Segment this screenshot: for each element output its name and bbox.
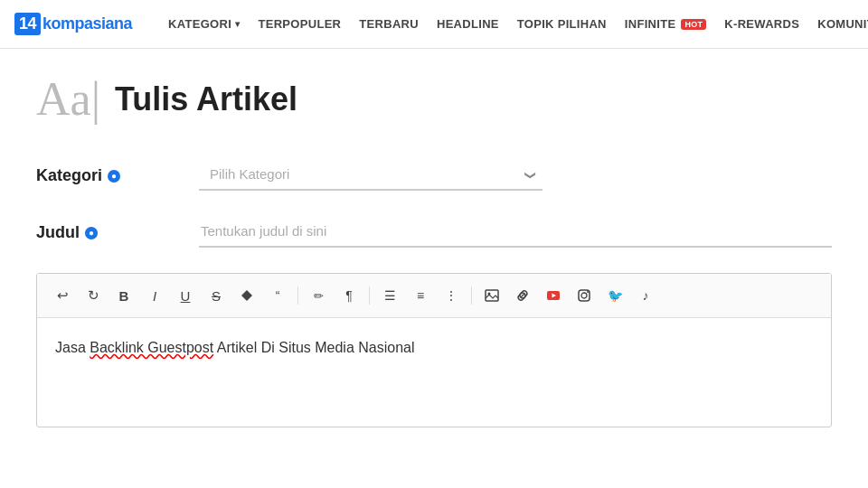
svg-rect-0 bbox=[486, 290, 498, 301]
redo-button[interactable]: ↻ bbox=[80, 283, 106, 308]
toolbar-separator-1 bbox=[297, 286, 298, 305]
image-button[interactable] bbox=[479, 283, 505, 308]
nav-topik-pilihan[interactable]: TOPIK PILIHAN bbox=[517, 17, 607, 31]
kategori-select-wrapper: Pilih Kategori bbox=[199, 159, 542, 191]
svg-point-5 bbox=[587, 291, 589, 293]
list-ordered-button[interactable]: ≡ bbox=[408, 283, 433, 308]
editor-container: ↩ ↻ B I U S “ ✏ ¶ ☰ ≡ ⋮ bbox=[36, 273, 832, 427]
toolbar-separator-2 bbox=[369, 286, 370, 305]
nav-k-rewards[interactable]: K-REWARDS bbox=[724, 17, 799, 31]
judul-label: Judul ● bbox=[36, 216, 199, 242]
kategori-label: Kategori ● bbox=[36, 159, 199, 185]
editor-toolbar: ↩ ↻ B I U S “ ✏ ¶ ☰ ≡ ⋮ bbox=[37, 274, 831, 318]
editor-body[interactable]: Jasa Backlink Guestpost Artikel Di Situs… bbox=[37, 318, 831, 427]
instagram-button[interactable] bbox=[571, 283, 597, 308]
align-button[interactable]: ⋮ bbox=[439, 283, 464, 308]
nav-infinite[interactable]: INFINITE HOT bbox=[625, 17, 706, 31]
toolbar-separator-3 bbox=[471, 286, 472, 305]
judul-row: Judul ● bbox=[36, 216, 832, 248]
nav-links: KATEGORI ▾ TERPOPULER TERBARU HEADLINE T… bbox=[168, 17, 868, 31]
list-unordered-button[interactable]: ☰ bbox=[377, 283, 402, 308]
nav-headline[interactable]: HEADLINE bbox=[437, 17, 499, 31]
nav-terbaru[interactable]: TERBARU bbox=[359, 17, 419, 31]
font-aa-icon: Aa| bbox=[36, 76, 100, 123]
dropdown-arrow-icon: ▾ bbox=[235, 19, 240, 29]
nav-kategori[interactable]: KATEGORI ▾ bbox=[168, 17, 240, 31]
page-content: Aa| Tulis Artikel Kategori ● Pilih Kateg… bbox=[0, 49, 868, 455]
italic-button[interactable]: I bbox=[142, 283, 167, 308]
logo-text: kompasiana bbox=[42, 14, 132, 33]
editor-text-rest: Artikel Di Situs Media Nasional bbox=[213, 340, 414, 355]
highlight-button[interactable] bbox=[234, 283, 259, 308]
page-header: Aa| Tulis Artikel bbox=[36, 76, 832, 123]
hot-badge: HOT bbox=[681, 19, 706, 30]
underline-button[interactable]: U bbox=[173, 283, 198, 308]
logo[interactable]: 14 kompasiana bbox=[14, 13, 132, 35]
kategori-select[interactable]: Pilih Kategori bbox=[199, 159, 542, 191]
bold-button[interactable]: B bbox=[111, 283, 137, 308]
kategori-info-icon[interactable]: ● bbox=[108, 170, 120, 183]
page-title: Tulis Artikel bbox=[115, 80, 297, 118]
nav-terpopuler[interactable]: TERPOPULER bbox=[258, 17, 341, 31]
pen-button[interactable]: ✏ bbox=[306, 283, 331, 308]
tiktok-button[interactable]: ♪ bbox=[633, 283, 658, 308]
kategori-control: Pilih Kategori bbox=[199, 159, 542, 191]
svg-point-4 bbox=[581, 293, 587, 298]
editor-text-wavy: Backlink Guestpost bbox=[90, 340, 213, 355]
quote-button[interactable]: “ bbox=[265, 283, 290, 308]
twitter-button[interactable]: 🐦 bbox=[602, 283, 627, 308]
youtube-button[interactable] bbox=[541, 283, 566, 308]
undo-button[interactable]: ↩ bbox=[50, 283, 75, 308]
editor-text-plain: Jasa bbox=[55, 340, 90, 355]
link-button[interactable] bbox=[510, 283, 535, 308]
paragraph-button[interactable]: ¶ bbox=[336, 283, 362, 308]
judul-control bbox=[199, 216, 832, 248]
judul-input[interactable] bbox=[199, 216, 832, 248]
navbar: 14 kompasiana KATEGORI ▾ TERPOPULER TERB… bbox=[0, 0, 868, 49]
judul-info-icon[interactable]: ● bbox=[85, 227, 98, 239]
kategori-row: Kategori ● Pilih Kategori bbox=[36, 159, 832, 191]
strikethrough-button[interactable]: S bbox=[203, 283, 229, 308]
logo-k: 14 bbox=[14, 13, 41, 35]
nav-komunitas[interactable]: KOMUNITAS NEW bbox=[817, 17, 868, 31]
